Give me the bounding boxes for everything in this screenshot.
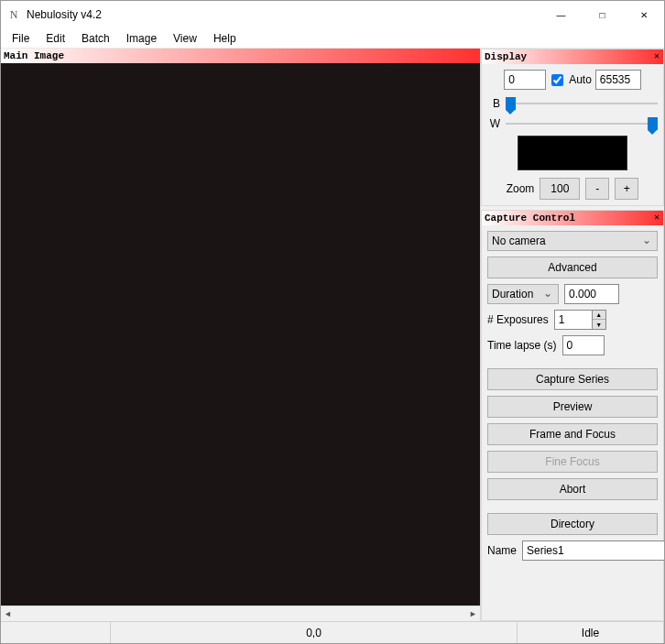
display-panel: Display ✕ Auto B W	[481, 49, 664, 206]
status-cell-1	[1, 622, 111, 643]
status-state: Idle	[518, 622, 664, 643]
histogram-preview	[518, 136, 627, 170]
fine-focus-button[interactable]: Fine Focus	[487, 451, 658, 473]
exposures-up-icon[interactable]: ▲	[593, 311, 605, 320]
display-header: Display ✕	[482, 49, 663, 64]
statusbar: 0,0 Idle	[1, 621, 664, 643]
duration-unit-select[interactable]: Duration	[487, 284, 559, 304]
frame-and-focus-button[interactable]: Frame and Focus	[487, 423, 658, 445]
zoom-label: Zoom	[507, 182, 535, 195]
capture-close-icon[interactable]: ✕	[650, 212, 663, 224]
zoom-in-button[interactable]: +	[615, 178, 638, 200]
menu-file[interactable]: File	[5, 30, 37, 47]
white-slider[interactable]	[506, 115, 658, 132]
window-controls: ― □ ✕	[540, 1, 664, 28]
side-panels: Display ✕ Auto B W	[481, 49, 664, 621]
menubar: File Edit Batch Image View Help	[1, 28, 664, 49]
display-auto-checkbox[interactable]	[551, 74, 563, 86]
main-image-panel: Main Image ◄ ►	[1, 49, 481, 621]
horizontal-scrollbar[interactable]: ◄ ►	[1, 606, 480, 621]
abort-button[interactable]: Abort	[487, 478, 658, 500]
main-image-title: Main Image	[4, 50, 480, 61]
exposures-down-icon[interactable]: ▼	[593, 320, 605, 329]
maximize-button[interactable]: □	[582, 1, 623, 28]
capture-title: Capture Control	[485, 213, 650, 224]
window-title: Nebulosity v4.2	[27, 8, 540, 21]
duration-input[interactable]	[564, 284, 619, 304]
name-input[interactable]	[522, 540, 665, 561]
exposures-spinner[interactable]: ▲ ▼	[554, 310, 606, 330]
minimize-button[interactable]: ―	[540, 1, 582, 28]
menu-help[interactable]: Help	[206, 30, 244, 47]
capture-series-button[interactable]: Capture Series	[487, 368, 658, 390]
status-coords: 0,0	[111, 622, 518, 643]
directory-button[interactable]: Directory	[487, 513, 658, 535]
display-auto-label: Auto	[569, 73, 592, 86]
zoom-out-button[interactable]: -	[585, 178, 609, 200]
scroll-left-icon[interactable]: ◄	[4, 609, 12, 618]
display-title: Display	[485, 51, 650, 62]
titlebar: N Nebulosity v4.2 ― □ ✕	[1, 1, 664, 28]
exposures-label: # Exposures	[487, 313, 549, 326]
camera-selected-label: No camera	[492, 235, 546, 247]
preview-button[interactable]: Preview	[487, 396, 658, 418]
display-max-input[interactable]	[595, 70, 641, 90]
menu-batch[interactable]: Batch	[74, 30, 117, 47]
exposures-input[interactable]	[554, 310, 593, 330]
scroll-right-icon[interactable]: ►	[469, 609, 477, 618]
white-slider-label: W	[487, 117, 500, 130]
camera-select[interactable]: No camera	[487, 231, 658, 251]
main-image-header: Main Image	[1, 49, 480, 63]
zoom-value-button[interactable]: 100	[540, 178, 580, 200]
timelapse-label: Time lapse (s)	[487, 339, 557, 352]
black-slider[interactable]	[506, 95, 658, 112]
advanced-button[interactable]: Advanced	[487, 257, 658, 278]
display-close-icon[interactable]: ✕	[650, 50, 663, 63]
workspace: Main Image ◄ ► Display ✕ Auto	[1, 49, 664, 621]
menu-edit[interactable]: Edit	[38, 30, 72, 47]
capture-control-panel: Capture Control ✕ No camera Advanced Dur…	[481, 210, 664, 621]
timelapse-input[interactable]	[562, 335, 605, 355]
black-slider-label: B	[487, 97, 500, 110]
close-button[interactable]: ✕	[623, 1, 664, 28]
menu-view[interactable]: View	[166, 30, 204, 47]
app-logo-icon: N	[6, 7, 21, 22]
display-min-input[interactable]	[504, 70, 546, 90]
name-label: Name	[487, 544, 517, 557]
capture-header: Capture Control ✕	[482, 211, 663, 225]
menu-image[interactable]: Image	[119, 30, 164, 47]
image-canvas[interactable]	[1, 63, 480, 606]
duration-label: Duration	[492, 288, 533, 300]
